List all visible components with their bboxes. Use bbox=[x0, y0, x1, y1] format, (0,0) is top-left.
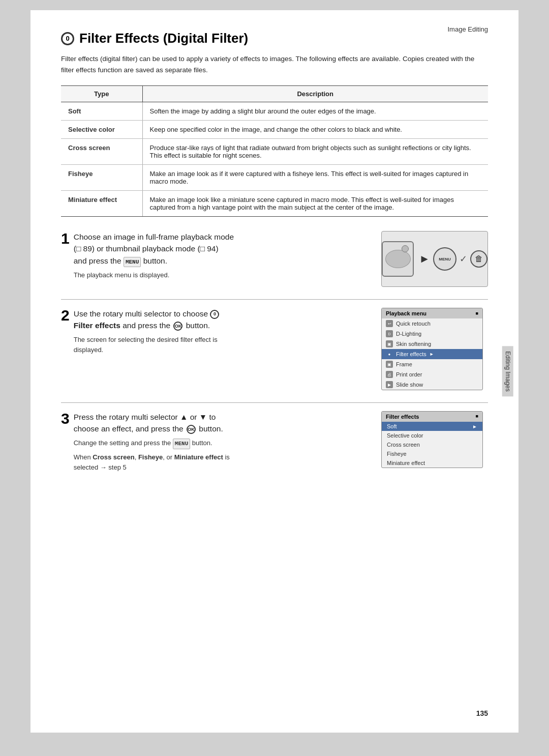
pb-icon-skin: ▣ bbox=[386, 340, 393, 347]
step-3-image: Filter effects ■ Soft ► Selective color … bbox=[381, 411, 488, 468]
pb-item-frame: ▣ Frame bbox=[382, 359, 482, 369]
filter-effects-diagram: Filter effects ■ Soft ► Selective color … bbox=[381, 411, 483, 468]
pb-icon-quick: ↩ bbox=[386, 320, 393, 327]
fe-item-miniature: Miniature effect bbox=[382, 458, 482, 468]
step-3-number: 3 bbox=[61, 411, 70, 426]
step-1-content: 1 Choose an image in full-frame playback… bbox=[61, 231, 371, 280]
filter-table: Type Description SoftSoften the image by… bbox=[61, 85, 488, 217]
divider-2 bbox=[61, 402, 488, 403]
table-row: FisheyeMake an image look as if it were … bbox=[61, 165, 488, 191]
pb-label-slide: Slide show bbox=[396, 382, 423, 388]
pb-label-dlight: D-Lighting bbox=[396, 331, 421, 337]
fe-item-cross: Cross screen bbox=[382, 440, 482, 449]
pb-icon-frame: ▣ bbox=[386, 361, 393, 368]
section-icon: 0 bbox=[61, 32, 74, 45]
page: Image Editing Editing Images 0 Filter Ef… bbox=[30, 10, 518, 733]
step-1: 1 Choose an image in full-frame playback… bbox=[61, 231, 488, 287]
col-desc: Description bbox=[142, 86, 488, 102]
table-desc-cell: Soften the image by adding a slight blur… bbox=[142, 102, 488, 121]
pb-arrow-filter: ► bbox=[430, 352, 434, 357]
ok-btn-3: OK bbox=[187, 425, 196, 434]
table-type-cell: Miniature effect bbox=[61, 191, 142, 217]
table-desc-cell: Produce star-like rays of light that rad… bbox=[142, 139, 488, 165]
pb-label-quick: Quick retouch bbox=[396, 321, 431, 327]
step-2-sub: The screen for selecting the desired fil… bbox=[74, 335, 220, 355]
page-number: 135 bbox=[476, 709, 488, 717]
table-row: Selective colorKeep one specified color … bbox=[61, 121, 488, 139]
step-1-number: 1 bbox=[61, 231, 70, 246]
pb-icon-print: 🖨 bbox=[386, 371, 393, 378]
pb-item-slide: ▶ Slide show bbox=[382, 380, 482, 390]
table-row: Cross screenProduce star-like rays of li… bbox=[61, 139, 488, 165]
pb-label-print: Print order bbox=[396, 371, 422, 377]
pb-icon-dlight: D bbox=[386, 330, 393, 337]
step-1-sub: The playback menu is displayed. bbox=[74, 270, 234, 280]
table-desc-cell: Make an image look as if it were capture… bbox=[142, 165, 488, 191]
step-2-number: 2 bbox=[61, 308, 70, 323]
trash-icon: 🗑 bbox=[470, 250, 487, 268]
menu-key-icon: MENU bbox=[433, 247, 456, 271]
table-type-cell: Cross screen bbox=[61, 139, 142, 165]
pb-item-skin: ▣ Skin softening bbox=[382, 339, 482, 349]
fe-item-soft: Soft ► bbox=[382, 422, 482, 431]
section-title-text: Filter Effects (Digital Filter) bbox=[79, 31, 248, 46]
fe-label-miniature: Miniature effect bbox=[387, 460, 425, 466]
table-type-cell: Selective color bbox=[61, 121, 142, 139]
step-3-content: 3 Press the rotary multi selector ▲ or ▼… bbox=[61, 411, 371, 473]
section-title: 0 Filter Effects (Digital Filter) bbox=[61, 31, 488, 46]
pb-title: Playback menu ■ bbox=[382, 308, 482, 318]
pb-icon-filter: ● bbox=[386, 351, 393, 358]
fe-label-cross: Cross screen bbox=[387, 442, 420, 448]
fe-label-fisheye: Fisheye bbox=[387, 451, 407, 457]
step-1-diagram: ► MENU ✓ 🗑 bbox=[381, 231, 488, 287]
step-3-sub1: Change the setting and press the MENU bu… bbox=[74, 438, 230, 449]
top-label: Image Editing bbox=[448, 25, 489, 33]
table-row: SoftSoften the image by adding a slight … bbox=[61, 102, 488, 121]
fe-title: Filter effects ■ bbox=[382, 412, 482, 422]
step-1-image: ► MENU ✓ 🗑 bbox=[381, 231, 488, 287]
table-type-cell: Soft bbox=[61, 102, 142, 121]
fe-item-selective: Selective color bbox=[382, 431, 482, 440]
step-1-heading: Choose an image in full-frame playback m… bbox=[74, 231, 234, 267]
pb-item-filter: ● Filter effects ► bbox=[382, 349, 482, 359]
pb-label-frame: Frame bbox=[396, 361, 412, 367]
step-2: 2 Use the rotary multi selector to choos… bbox=[61, 308, 488, 390]
fe-label-soft: Soft bbox=[387, 423, 397, 429]
ok-button-icon: OK bbox=[173, 322, 182, 331]
pb-item-quick-retouch: ↩ Quick retouch bbox=[382, 318, 482, 329]
pb-item-dlighting: D D-Lighting bbox=[382, 329, 482, 339]
table-desc-cell: Make an image look like a miniature scen… bbox=[142, 191, 488, 217]
step-3: 3 Press the rotary multi selector ▲ or ▼… bbox=[61, 411, 488, 473]
col-type: Type bbox=[61, 86, 142, 102]
fe-label-selective: Selective color bbox=[387, 432, 423, 439]
step-2-image: Playback menu ■ ↩ Quick retouch D D-Ligh… bbox=[381, 308, 488, 390]
pb-icon-slide: ▶ bbox=[386, 381, 393, 388]
playback-menu-diagram: Playback menu ■ ↩ Quick retouch D D-Ligh… bbox=[381, 308, 483, 390]
table-desc-cell: Keep one specified color in the image, a… bbox=[142, 121, 488, 139]
step-3-heading: Press the rotary multi selector ▲ or ▼ t… bbox=[74, 411, 230, 435]
side-label: Editing Images bbox=[502, 346, 513, 396]
fe-arrow-soft: ► bbox=[472, 424, 477, 429]
divider-1 bbox=[61, 299, 488, 300]
step-2-content: 2 Use the rotary multi selector to choos… bbox=[61, 308, 371, 355]
intro-text: Filter effects (digital filter) can be u… bbox=[61, 53, 488, 75]
menu-ref-3: MENU bbox=[173, 439, 190, 449]
table-type-cell: Fisheye bbox=[61, 165, 142, 191]
step1-arrow: ► bbox=[419, 252, 430, 266]
pb-label-skin: Skin softening bbox=[396, 341, 431, 347]
menu-key-ref: MENU bbox=[124, 257, 141, 268]
pb-item-print: 🖨 Print order bbox=[382, 369, 482, 380]
step-3-sub2: When Cross screen, Fisheye, or Miniature… bbox=[74, 452, 230, 473]
step1-symbol: ✓ bbox=[460, 253, 467, 265]
step-2-heading: Use the rotary multi selector to choose … bbox=[74, 308, 220, 332]
pb-label-filter: Filter effects bbox=[396, 351, 426, 357]
fe-item-fisheye: Fisheye bbox=[382, 449, 482, 458]
table-row: Miniature effectMake an image look like … bbox=[61, 191, 488, 217]
